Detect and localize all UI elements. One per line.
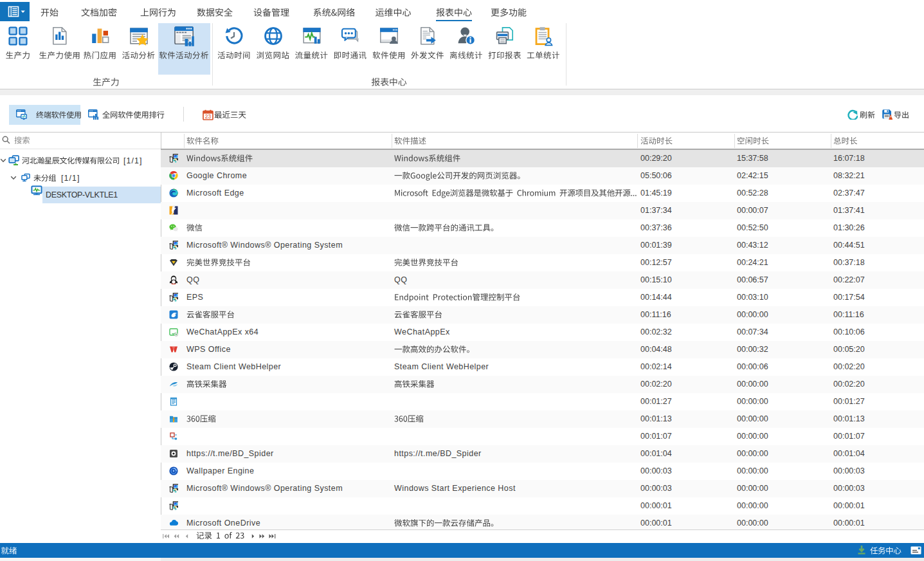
svg-text:00:00:03: 00:00:03 bbox=[640, 484, 672, 493]
svg-text:00:00:06: 00:00:06 bbox=[737, 362, 768, 371]
svg-text:01:37:34: 01:37:34 bbox=[640, 206, 672, 215]
svg-text:02:42:15: 02:42:15 bbox=[737, 171, 768, 180]
svg-text:00:00:01: 00:00:01 bbox=[640, 519, 672, 528]
svg-text:01:30:26: 01:30:26 bbox=[833, 223, 865, 232]
svg-text:QQ: QQ bbox=[394, 275, 407, 284]
svg-text:00:00:00: 00:00:00 bbox=[737, 501, 768, 510]
svg-text:01:37:41: 01:37:41 bbox=[833, 206, 865, 215]
svg-text:00:00:03: 00:00:03 bbox=[833, 484, 865, 493]
svg-text:00:52:28: 00:52:28 bbox=[737, 189, 768, 198]
svg-text:00:15:10: 00:15:10 bbox=[640, 275, 672, 284]
svg-text:00:02:20: 00:02:20 bbox=[833, 362, 865, 371]
svg-text:00:00:01: 00:00:01 bbox=[833, 501, 865, 510]
svg-text:00:29:20: 00:29:20 bbox=[640, 154, 672, 163]
svg-text:WeChatAppEx x64: WeChatAppEx x64 bbox=[186, 327, 258, 336]
svg-text:00:01:27: 00:01:27 bbox=[833, 397, 865, 406]
svg-text:15:37:58: 15:37:58 bbox=[737, 154, 768, 163]
svg-text:00:01:13: 00:01:13 bbox=[640, 414, 672, 423]
svg-text:00:00:01: 00:00:01 bbox=[640, 501, 672, 510]
svg-text:Wallpaper Engine: Wallpaper Engine bbox=[186, 466, 254, 475]
svg-text:00:00:00: 00:00:00 bbox=[737, 519, 768, 528]
svg-text:QQ: QQ bbox=[186, 275, 199, 284]
svg-text:00:01:07: 00:01:07 bbox=[833, 432, 865, 441]
svg-text:00:01:39: 00:01:39 bbox=[640, 241, 672, 250]
svg-text:00:00:00: 00:00:00 bbox=[737, 380, 768, 389]
svg-text:00:37:18: 00:37:18 bbox=[833, 258, 865, 267]
svg-text:05:50:06: 05:50:06 bbox=[640, 171, 672, 180]
svg-text:Windows Start Experience Host: Windows Start Experience Host bbox=[394, 484, 516, 493]
svg-text:Microsoft OneDrive: Microsoft OneDrive bbox=[186, 519, 260, 528]
svg-text:https://t.me/BD_Spider: https://t.me/BD_Spider bbox=[186, 449, 274, 458]
svg-text:Steam Client WebHelper: Steam Client WebHelper bbox=[186, 362, 281, 371]
svg-text:00:17:54: 00:17:54 bbox=[833, 293, 865, 302]
svg-text:00:03:10: 00:03:10 bbox=[737, 293, 768, 302]
svg-text:Steam Client WebHelper: Steam Client WebHelper bbox=[394, 362, 489, 371]
svg-text:00:06:57: 00:06:57 bbox=[737, 275, 768, 284]
svg-text:00:01:07: 00:01:07 bbox=[640, 432, 672, 441]
svg-text:00:00:03: 00:00:03 bbox=[640, 466, 672, 475]
svg-text:00:24:21: 00:24:21 bbox=[737, 258, 768, 267]
svg-text:00:00:32: 00:00:32 bbox=[737, 345, 768, 354]
svg-text:00:00:03: 00:00:03 bbox=[833, 466, 865, 475]
svg-text:00:07:34: 00:07:34 bbox=[737, 327, 768, 336]
svg-text:00:00:07: 00:00:07 bbox=[737, 206, 768, 215]
svg-text:00:00:00: 00:00:00 bbox=[737, 397, 768, 406]
svg-text:[1/1]: [1/1] bbox=[123, 156, 142, 165]
svg-text:00:04:48: 00:04:48 bbox=[640, 345, 672, 354]
svg-text:00:00:00: 00:00:00 bbox=[737, 466, 768, 475]
svg-text:08:32:21: 08:32:21 bbox=[833, 171, 865, 180]
svg-text:DESKTOP-VLKTLE1: DESKTOP-VLKTLE1 bbox=[46, 190, 118, 199]
svg-text:00:02:20: 00:02:20 bbox=[833, 380, 865, 389]
svg-text:01:45:19: 01:45:19 bbox=[640, 189, 672, 198]
svg-text:16:07:18: 16:07:18 bbox=[833, 154, 865, 163]
svg-text:WPS Office: WPS Office bbox=[186, 345, 231, 354]
svg-text:00:00:00: 00:00:00 bbox=[737, 414, 768, 423]
svg-text:00:05:20: 00:05:20 bbox=[833, 345, 865, 354]
svg-text:Microsoft Edge: Microsoft Edge bbox=[186, 189, 244, 198]
svg-text:00:52:50: 00:52:50 bbox=[737, 223, 768, 232]
svg-text:Google Chrome: Google Chrome bbox=[186, 171, 247, 180]
svg-text:00:01:27: 00:01:27 bbox=[640, 397, 672, 406]
svg-text:00:02:14: 00:02:14 bbox=[640, 362, 672, 371]
svg-text:00:12:57: 00:12:57 bbox=[640, 258, 672, 267]
svg-text:00:00:00: 00:00:00 bbox=[737, 432, 768, 441]
svg-text:00:14:44: 00:14:44 bbox=[640, 293, 672, 302]
svg-text:WeChatAppEx: WeChatAppEx bbox=[394, 327, 450, 336]
svg-text:00:44:51: 00:44:51 bbox=[833, 241, 865, 250]
svg-text:00:43:12: 00:43:12 bbox=[737, 241, 768, 250]
svg-text:00:00:00: 00:00:00 bbox=[737, 310, 768, 319]
svg-text:00:11:16: 00:11:16 bbox=[640, 310, 671, 319]
svg-text:00:01:04: 00:01:04 bbox=[640, 449, 672, 458]
svg-text:00:02:32: 00:02:32 bbox=[640, 327, 672, 336]
svg-text:00:01:13: 00:01:13 bbox=[833, 414, 865, 423]
svg-text:02:37:47: 02:37:47 bbox=[833, 189, 865, 198]
svg-text:[1/1]: [1/1] bbox=[61, 174, 80, 183]
svg-text:00:11:16: 00:11:16 bbox=[833, 310, 864, 319]
svg-text:EPS: EPS bbox=[186, 293, 203, 302]
svg-text:Microsoft® Windows® Operating: Microsoft® Windows® Operating System bbox=[186, 241, 343, 250]
svg-text:00:01:04: 00:01:04 bbox=[833, 449, 865, 458]
svg-text:00:00:00: 00:00:00 bbox=[737, 484, 768, 493]
svg-text:Microsoft® Windows® Operating: Microsoft® Windows® Operating System bbox=[186, 484, 343, 493]
svg-text:00:10:06: 00:10:06 bbox=[833, 327, 865, 336]
svg-text:00:22:07: 00:22:07 bbox=[833, 275, 865, 284]
svg-text:00:02:20: 00:02:20 bbox=[640, 380, 672, 389]
svg-text:00:00:00: 00:00:00 bbox=[737, 449, 768, 458]
svg-text:https://t.me/BD_Spider: https://t.me/BD_Spider bbox=[394, 449, 482, 458]
svg-text:00:37:36: 00:37:36 bbox=[640, 223, 672, 232]
svg-text:00:00:01: 00:00:01 bbox=[833, 519, 865, 528]
